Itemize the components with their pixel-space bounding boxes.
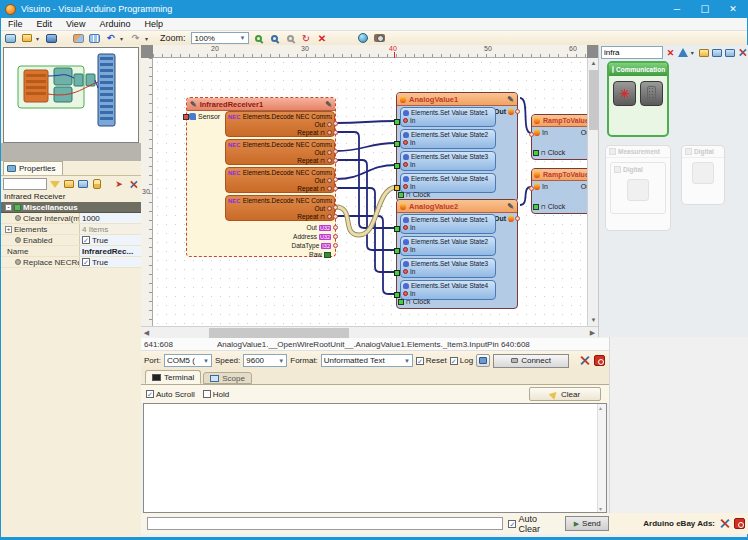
pin-connector[interactable] bbox=[529, 186, 534, 191]
tab-properties[interactable]: Properties bbox=[3, 161, 63, 175]
property-row-name[interactable]: Name InfraredRec... bbox=[1, 246, 141, 257]
block-header[interactable]: RampToValue bbox=[532, 169, 587, 181]
pin-raw[interactable]: Raw bbox=[221, 250, 331, 259]
speed-select[interactable]: 9600▼ bbox=[243, 354, 287, 367]
in-pin[interactable] bbox=[394, 163, 400, 169]
ir-element-command3[interactable]: NECElements.Decode NEC Command3 Out Repe… bbox=[225, 167, 335, 193]
property-row-replace-nec[interactable]: Replace NECRepeat... True bbox=[1, 257, 141, 268]
tab-scope[interactable]: Scope bbox=[203, 372, 252, 384]
snapshot-button[interactable] bbox=[373, 32, 386, 44]
clear-search-icon[interactable]: ✕ bbox=[665, 47, 676, 59]
block-ramp-to-value1[interactable]: RampToValue In Out ⊓ Clock bbox=[531, 114, 587, 160]
out-pin[interactable] bbox=[327, 178, 332, 183]
block-header[interactable]: RampToValue bbox=[532, 115, 587, 127]
property-category-row[interactable]: -Miscellaneous bbox=[1, 202, 141, 213]
auto-scroll-checkbox[interactable]: Auto Scroll bbox=[146, 390, 195, 399]
checkbox-checked-icon[interactable] bbox=[146, 390, 154, 398]
format-select[interactable]: Unformatted Text▼ bbox=[321, 354, 413, 367]
tab-terminal[interactable]: Terminal bbox=[145, 370, 201, 384]
menu-view[interactable]: View bbox=[59, 19, 92, 29]
clock-pin-row[interactable]: ⊓ Clock bbox=[533, 149, 565, 156]
block-header[interactable]: AnalogValue1 ✎ bbox=[397, 93, 517, 106]
ir-element-command4[interactable]: NECElements.Decode NEC Command4 Out Repe… bbox=[225, 195, 335, 221]
pin-out[interactable]: OutU32 bbox=[221, 223, 331, 232]
menu-file[interactable]: File bbox=[1, 19, 30, 29]
open-log-button[interactable] bbox=[476, 354, 490, 367]
menu-arduino[interactable]: Arduino bbox=[92, 19, 137, 29]
property-filter-input[interactable] bbox=[3, 178, 47, 190]
category-header[interactable]: Communication bbox=[609, 63, 667, 76]
pin-connector[interactable] bbox=[333, 130, 338, 135]
save-button[interactable] bbox=[45, 32, 58, 44]
block-header[interactable]: ✎ InfraredReceiver1 ✎ bbox=[187, 98, 335, 111]
ir-element-command1[interactable]: NECElements.Decode NEC Command1 Out Repe… bbox=[225, 111, 335, 137]
expand-icon[interactable]: + bbox=[5, 226, 12, 233]
pin-out[interactable]: Out bbox=[494, 108, 514, 115]
block-analog-value1[interactable]: AnalogValue1 ✎ Out Elements.Set Value St… bbox=[396, 92, 518, 202]
clock-pin-row[interactable]: ⊓ Clock bbox=[533, 203, 565, 210]
pin-connector[interactable] bbox=[333, 225, 338, 230]
component-infrared-receiver[interactable]: ✳ bbox=[613, 81, 636, 106]
checkbox-checked-icon[interactable] bbox=[416, 357, 424, 365]
disconnect-icon[interactable] bbox=[594, 355, 605, 366]
ir-element-command2[interactable]: NECElements.Decode NEC Command2 Out Repe… bbox=[225, 139, 335, 165]
dropdown-icon[interactable]: ▼ bbox=[402, 358, 412, 364]
clock-pin[interactable] bbox=[398, 299, 404, 305]
av-element-state4[interactable]: Elements.Set Value State4 In bbox=[400, 173, 496, 193]
pin-connector[interactable] bbox=[333, 234, 338, 239]
edit-tool-icon[interactable]: ✎ bbox=[507, 95, 514, 104]
pin-connector[interactable] bbox=[333, 214, 338, 219]
property-value[interactable]: 1000 bbox=[82, 214, 100, 223]
redo-dropdown-icon[interactable]: ▾ bbox=[145, 35, 151, 42]
clear-button[interactable]: Clear bbox=[529, 387, 601, 401]
pin-connector[interactable] bbox=[333, 205, 338, 210]
send-button[interactable]: ▶Send bbox=[565, 516, 609, 531]
block-header[interactable]: AnalogValue2 ✎ bbox=[397, 200, 517, 213]
repeat-pin[interactable] bbox=[327, 186, 332, 191]
av-element-state4[interactable]: Elements.Set Value State4 In bbox=[400, 280, 496, 300]
overview-minimap[interactable] bbox=[3, 47, 139, 143]
block-analog-value2[interactable]: AnalogValue2 ✎ Out Elements.Set Value St… bbox=[396, 199, 518, 309]
property-row-enabled[interactable]: Enabled True bbox=[1, 235, 141, 246]
block-infrared-receiver[interactable]: ✎ InfraredReceiver1 ✎ Sensor NECElements… bbox=[186, 97, 336, 257]
out-pin[interactable] bbox=[327, 206, 332, 211]
out-pin[interactable] bbox=[327, 150, 332, 155]
canvas-vertical-scrollbar[interactable]: ▲ ▼ bbox=[587, 58, 598, 326]
property-value[interactable]: InfraredRec... bbox=[82, 247, 133, 256]
pin-connector[interactable] bbox=[333, 149, 338, 154]
av-element-state3[interactable]: Elements.Set Value State3 In bbox=[400, 151, 496, 171]
filter-icon[interactable] bbox=[49, 178, 61, 190]
in-pin[interactable] bbox=[394, 270, 400, 276]
hold-checkbox[interactable]: Hold bbox=[203, 390, 229, 399]
menu-help[interactable]: Help bbox=[137, 19, 170, 29]
refresh-button[interactable]: ↻ bbox=[300, 32, 313, 44]
in-pin[interactable] bbox=[394, 248, 400, 254]
palette-subcategory-digital[interactable]: Digital bbox=[610, 162, 666, 214]
zoom-reset-button[interactable] bbox=[284, 32, 297, 44]
av-element-state1[interactable]: Elements.Set Value State1 In bbox=[400, 107, 496, 127]
checkbox-checked-icon[interactable] bbox=[82, 258, 90, 266]
clock-pin-row[interactable]: ⊓ Clock bbox=[398, 191, 430, 198]
pin-connector[interactable] bbox=[515, 216, 520, 221]
palette-category-measurement[interactable]: Measurement Digital bbox=[605, 145, 671, 231]
component-remote-control[interactable] bbox=[640, 81, 663, 106]
delete-button[interactable]: ✕ bbox=[316, 32, 329, 44]
menu-edit[interactable]: Edit bbox=[30, 19, 60, 29]
palette-category-communication[interactable]: Communication ✳ bbox=[607, 61, 669, 137]
connect-button[interactable]: Connect bbox=[493, 354, 569, 368]
pin-connector[interactable] bbox=[333, 158, 338, 163]
checkbox-checked-icon[interactable] bbox=[508, 520, 516, 528]
edit-tool-icon[interactable]: ✎ bbox=[507, 202, 514, 211]
zoom-dropdown-icon[interactable]: ▼ bbox=[238, 33, 248, 43]
component-search-input[interactable] bbox=[601, 46, 663, 59]
av-element-state1[interactable]: Elements.Set Value State1 In bbox=[400, 214, 496, 234]
out-pin[interactable] bbox=[327, 122, 332, 127]
port-select[interactable]: COM5 (▼ bbox=[164, 354, 212, 367]
pin-address[interactable]: AddressU32 bbox=[221, 232, 331, 241]
zoom-out-button[interactable] bbox=[268, 32, 281, 44]
clock-pin-row[interactable]: ⊓ Clock bbox=[398, 298, 430, 305]
repeat-pin[interactable] bbox=[327, 158, 332, 163]
panel-splitter[interactable] bbox=[1, 143, 141, 161]
log-checkbox[interactable]: Log bbox=[450, 356, 473, 365]
open-dropdown-icon[interactable]: ▾ bbox=[36, 35, 42, 42]
